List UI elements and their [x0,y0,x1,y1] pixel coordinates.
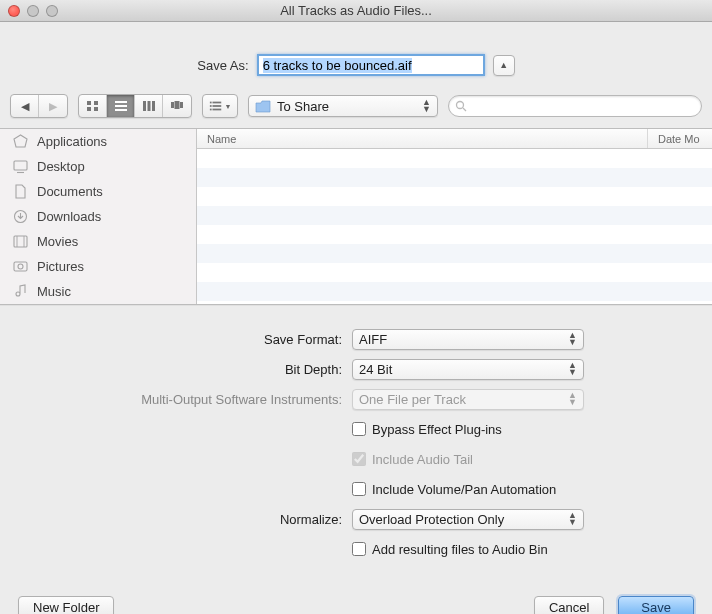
include-volpan-label: Include Volume/Pan Automation [372,482,556,497]
bypass-checkbox[interactable]: Bypass Effect Plug-ins [352,422,502,437]
add-to-bin-checkbox[interactable]: Add resulting files to Audio Bin [352,542,548,557]
zoom-window-button[interactable] [46,5,58,17]
search-input[interactable] [472,99,695,113]
sidebar-item-label: Pictures [37,259,84,274]
sidebar-item-documents[interactable]: Documents [0,179,196,204]
titlebar: All Tracks as Audio Files... [0,0,712,22]
sidebar-item-downloads[interactable]: Downloads [0,204,196,229]
add-to-bin-checkbox-input[interactable] [352,542,366,556]
svg-rect-17 [209,109,211,111]
multi-output-value: One File per Track [359,392,466,407]
save-format-label: Save Format: [30,332,352,347]
file-row [197,225,712,244]
sidebar: Applications Desktop Documents Downloads… [0,129,197,304]
cancel-label: Cancel [549,600,589,615]
sidebar-item-movies[interactable]: Movies [0,229,196,254]
view-columns-button[interactable] [135,95,163,117]
view-mode-segmented [78,94,192,118]
save-button[interactable]: Save [618,596,694,614]
file-row [197,244,712,263]
bit-depth-value: 24 Bit [359,362,392,377]
close-window-button[interactable] [8,5,20,17]
normalize-label: Normalize: [30,512,352,527]
column-headers: Name Date Mo [197,129,712,149]
normalize-value: Overload Protection Only [359,512,504,527]
sidebar-item-desktop[interactable]: Desktop [0,154,196,179]
triangle-left-icon: ◀ [21,100,29,113]
svg-rect-13 [209,102,211,104]
new-folder-button[interactable]: New Folder [18,596,114,614]
list-icon [114,100,128,112]
bit-depth-popup[interactable]: 24 Bit ▲▼ [352,359,584,380]
file-row [197,187,712,206]
nav-back-forward: ◀ ▶ [10,94,68,118]
sidebar-item-label: Music [37,284,71,299]
svg-rect-1 [94,101,98,105]
include-audio-tail-label: Include Audio Tail [372,452,473,467]
svg-rect-12 [180,102,183,108]
include-audio-tail-checkbox: Include Audio Tail [352,452,473,467]
add-to-bin-label: Add resulting files to Audio Bin [372,542,548,557]
save-as-label: Save As: [197,58,248,73]
search-field[interactable] [448,95,702,117]
column-header-date[interactable]: Date Mo [648,129,712,148]
sidebar-item-pictures[interactable]: Pictures [0,254,196,279]
downloads-icon [12,209,29,224]
bit-depth-label: Bit Depth: [30,362,352,377]
forward-button[interactable]: ▶ [39,95,67,117]
view-list-button[interactable] [107,95,135,117]
svg-line-20 [463,108,466,111]
arrange-icon [209,100,223,112]
coverflow-icon [170,100,184,112]
svg-rect-0 [87,101,91,105]
search-icon [455,100,467,112]
cancel-button[interactable]: Cancel [534,596,604,614]
svg-rect-18 [212,109,221,111]
sidebar-item-applications[interactable]: Applications [0,129,196,154]
file-list-pane: Name Date Mo [197,129,712,304]
updown-arrows-icon: ▲▼ [568,332,577,346]
file-rows[interactable] [197,149,712,304]
view-coverflow-button[interactable] [163,95,191,117]
file-row [197,168,712,187]
new-folder-label: New Folder [33,600,99,615]
arrange-button[interactable]: ▼ [203,95,237,117]
sidebar-item-label: Applications [37,134,107,149]
save-format-popup[interactable]: AIFF ▲▼ [352,329,584,350]
multi-output-label: Multi-Output Software Instruments: [30,392,352,407]
bypass-checkbox-input[interactable] [352,422,366,436]
bypass-checkbox-label: Bypass Effect Plug-ins [372,422,502,437]
svg-rect-7 [143,101,146,111]
svg-rect-21 [14,161,27,170]
triangle-right-icon: ▶ [49,100,57,113]
view-icons-button[interactable] [79,95,107,117]
updown-arrows-icon: ▲▼ [568,362,577,376]
pictures-icon [12,259,29,274]
music-icon [12,284,29,299]
file-row [197,263,712,282]
window-title: All Tracks as Audio Files... [0,3,712,18]
normalize-popup[interactable]: Overload Protection Only ▲▼ [352,509,584,530]
back-button[interactable]: ◀ [11,95,39,117]
svg-rect-5 [115,105,127,107]
include-volpan-checkbox[interactable]: Include Volume/Pan Automation [352,482,556,497]
sidebar-item-music[interactable]: Music [0,279,196,304]
file-browser: Applications Desktop Documents Downloads… [0,129,712,305]
file-row [197,206,712,225]
include-volpan-checkbox-input[interactable] [352,482,366,496]
minimize-window-button[interactable] [27,5,39,17]
path-popup[interactable]: To Share ▲▼ [248,95,438,117]
finder-toolbar: ◀ ▶ ▼ To Share ▲▼ [0,88,712,129]
documents-icon [12,184,29,199]
save-as-input[interactable] [257,54,485,76]
chevron-up-icon: ▲ [499,60,508,70]
updown-arrows-icon: ▲▼ [422,99,431,113]
expand-collapse-button[interactable]: ▲ [493,55,515,76]
column-header-name[interactable]: Name [197,129,648,148]
sidebar-item-label: Downloads [37,209,101,224]
sidebar-item-label: Movies [37,234,78,249]
save-label: Save [641,600,671,615]
dialog-footer: New Folder Cancel Save [0,586,712,614]
svg-rect-6 [115,109,127,111]
applications-icon [12,134,29,149]
